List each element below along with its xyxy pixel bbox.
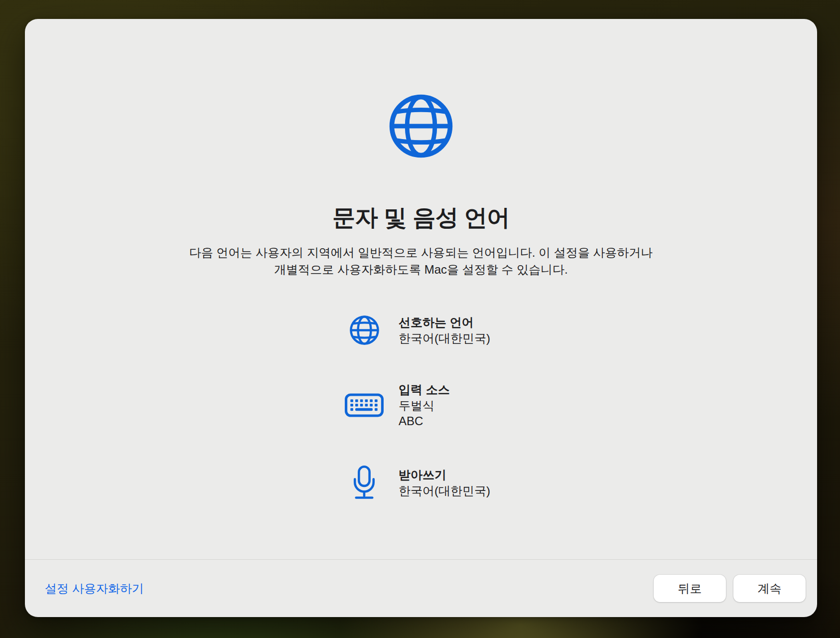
footer-bar: 설정 사용자화하기 뒤로 계속 <box>25 559 817 617</box>
page-title: 문자 및 음성 언어 <box>25 202 817 233</box>
setting-item-input-sources: 입력 소스 두벌식 ABC <box>342 381 450 429</box>
page-description-line-2: 개별적으로 사용자화하도록 Mac을 설정할 수 있습니다. <box>25 261 817 278</box>
desktop-background: 문자 및 음성 언어 다음 언어는 사용자의 지역에서 일반적으로 사용되는 언… <box>0 0 840 638</box>
microphone-icon <box>342 466 386 499</box>
setting-item-text: 선호하는 언어 한국어(대한민국) <box>399 315 490 346</box>
setting-item-dictation: 받아쓰기 한국어(대한민국) <box>342 466 490 499</box>
back-button[interactable]: 뒤로 <box>654 575 726 602</box>
setting-value: 한국어(대한민국) <box>399 330 490 346</box>
setting-value: 두벌식 <box>399 398 450 413</box>
setting-item-text: 받아쓰기 한국어(대한민국) <box>399 467 490 498</box>
keyboard-icon <box>342 393 386 417</box>
globe-icon <box>342 315 386 346</box>
setting-label: 입력 소스 <box>399 382 450 398</box>
globe-icon <box>387 92 455 160</box>
setup-assistant-window: 문자 및 음성 언어 다음 언어는 사용자의 지역에서 일반적으로 사용되는 언… <box>25 19 817 617</box>
setting-value: 한국어(대한민국) <box>399 483 490 498</box>
continue-button[interactable]: 계속 <box>733 575 806 602</box>
setting-label: 받아쓰기 <box>399 467 490 483</box>
customize-settings-link[interactable]: 설정 사용자화하기 <box>45 581 144 597</box>
setting-item-preferred-language: 선호하는 언어 한국어(대한민국) <box>342 314 490 346</box>
page-description-line-1: 다음 언어는 사용자의 지역에서 일반적으로 사용되는 언어입니다. 이 설정을… <box>25 244 817 261</box>
setting-label: 선호하는 언어 <box>399 315 490 330</box>
setting-item-text: 입력 소스 두벌식 ABC <box>399 382 450 429</box>
footer-buttons: 뒤로 계속 <box>654 575 806 602</box>
page-description: 다음 언어는 사용자의 지역에서 일반적으로 사용되는 언어입니다. 이 설정을… <box>25 244 817 278</box>
header-icon-container <box>25 92 817 160</box>
setting-value: ABC <box>399 413 450 429</box>
